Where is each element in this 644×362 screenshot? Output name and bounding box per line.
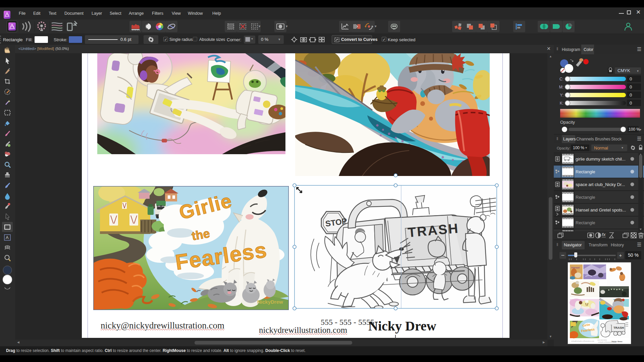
svg-text:nicky@nickydrewillustration.co: nicky@nickydrewillustration.com — [571, 340, 594, 342]
svg-text:C:: C: — [559, 77, 564, 81]
svg-text:0: 0 — [630, 93, 632, 98]
svg-text:Hansel and Gretel spots...: Hansel and Gretel spots... — [576, 207, 626, 213]
svg-text:K:: K: — [560, 101, 564, 106]
svg-text:space art club_Nicky Dr...: space art club_Nicky Dr... — [576, 182, 625, 187]
svg-text:CMYK: CMYK — [618, 68, 630, 73]
svg-text:Nicky Drew: Nicky Drew — [611, 340, 623, 343]
svg-text:▾: ▾ — [637, 69, 639, 73]
svg-text:▾: ▾ — [640, 128, 641, 131]
svg-text:555-555-5555: 555-555-5555 — [597, 339, 607, 341]
svg-text:A: A — [6, 235, 9, 240]
svg-text:100 %: 100 % — [629, 127, 640, 132]
svg-text:Rectangle: Rectangle — [576, 169, 595, 174]
svg-text:Hansel: Hansel — [571, 266, 580, 269]
svg-text:0: 0 — [630, 84, 632, 89]
svg-text:girlie dummy sketch chil...: girlie dummy sketch chil... — [576, 157, 626, 162]
svg-text:NickyDrew: NickyDrew — [257, 299, 283, 305]
svg-text:TRASH: TRASH — [613, 326, 624, 329]
svg-text:Y:: Y: — [560, 93, 564, 98]
svg-text:Rectangle: Rectangle — [576, 220, 595, 225]
svg-text:0: 0 — [630, 76, 632, 81]
svg-text:0: 0 — [630, 101, 632, 106]
svg-text:Rectangle: Rectangle — [576, 195, 595, 200]
svg-text:Opacity: Opacity — [560, 120, 575, 125]
svg-text:M:: M: — [559, 85, 564, 89]
